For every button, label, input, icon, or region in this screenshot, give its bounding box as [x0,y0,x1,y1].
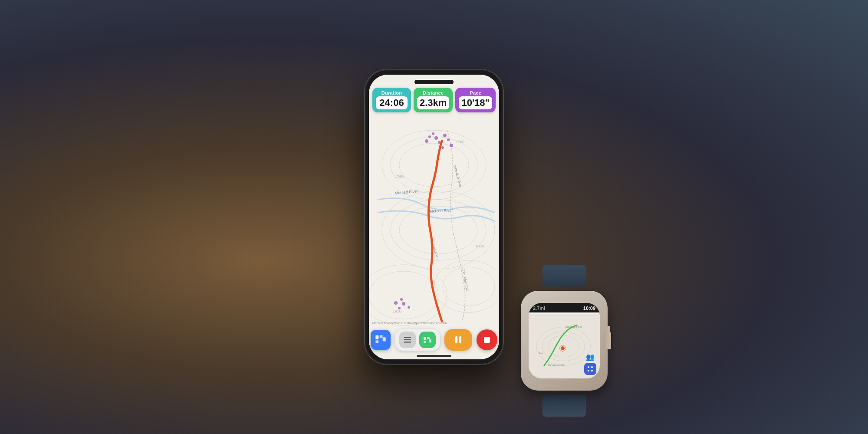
svg-rect-40 [424,337,426,340]
watch-band-top [542,265,586,286]
watch-display: 2.7mi 10:09 Emerald Pool ... Trail [529,303,600,378]
svg-point-58 [591,370,593,372]
watch-band-bottom [542,395,586,417]
watch-case: 2.7mi 10:09 Emerald Pool ... Trail [521,291,608,391]
home-indicator [417,355,451,357]
svg-point-48 [542,332,585,361]
stop-button[interactable] [477,329,497,350]
pace-value: 10'18" [459,96,492,109]
watch-crown [605,332,611,349]
map-attribution: Maps © Thunderforest, Data ©OpenStreetMa… [372,322,450,325]
pace-card: Pace 10'18" [455,88,496,112]
svg-point-53 [561,346,565,350]
svg-point-57 [588,370,589,372]
svg-rect-45 [459,336,461,343]
map-button[interactable] [419,332,436,348]
svg-rect-39 [404,342,411,343]
svg-point-28 [402,302,405,306]
apple-watch: 2.7mi 10:09 Emerald Pool ... Trail [516,282,612,399]
toolbar-group [395,329,440,351]
svg-rect-33 [375,335,378,339]
distance-label: Distance [417,90,449,95]
svg-text:Merced River: Merced River [430,208,453,214]
svg-text:1910: 1910 [393,309,401,313]
duration-label: Duration [376,90,408,95]
pause-button[interactable] [444,329,472,351]
svg-point-22 [441,146,444,149]
svg-point-30 [398,307,401,309]
toolbar [369,329,499,351]
svg-point-29 [408,306,410,309]
svg-point-32 [400,298,403,301]
svg-text:1880: 1880 [475,244,484,248]
pace-label: Pace [459,90,492,95]
iphone-device: Merced River Merced River John Muir Trai… [365,69,503,365]
distance-value: 2.3km [417,96,449,109]
svg-point-1 [391,137,477,193]
watch-bottom-icon [584,363,596,375]
svg-point-26 [428,135,431,138]
svg-text:1700: 1700 [456,140,464,144]
svg-point-24 [434,136,438,140]
svg-rect-36 [375,340,378,343]
svg-point-25 [432,132,434,135]
svg-text:Panorama Tr...: Panorama Tr... [429,238,440,260]
svg-point-0 [382,130,486,200]
main-scene: Merced River Merced River John Muir Trai… [282,22,586,412]
svg-point-21 [450,144,453,147]
svg-rect-42 [429,339,431,342]
svg-rect-41 [427,337,430,339]
svg-point-20 [447,138,450,141]
watch-time: 10:09 [583,306,595,311]
svg-point-47 [536,327,591,365]
svg-rect-43 [424,341,426,343]
svg-point-27 [425,139,428,143]
svg-text:John Muir Trail: John Muir Trail [453,164,462,187]
watch-distance: 2.7mi [533,306,545,311]
svg-text:John Muir Trail: John Muir Trail [461,269,469,292]
duration-card: Duration 24:06 [372,88,411,112]
watch-screen: 2.7mi 10:09 Emerald Pool ... Trail [529,303,600,378]
svg-point-7 [369,271,438,319]
svg-point-5 [399,206,477,254]
watch-map: Emerald Pool ... Trail Panorama Trail 👥 [529,314,600,378]
svg-rect-44 [455,336,457,343]
svg-text:... Trail: ... Trail [536,352,543,355]
list-button[interactable] [399,332,416,348]
svg-rect-46 [484,337,490,343]
svg-text:Panorama Trail: Panorama Trail [548,364,564,366]
app-icon[interactable] [371,330,391,350]
svg-rect-34 [380,335,383,338]
svg-text:1760: 1760 [395,174,404,179]
distance-card: Distance 2.3km [414,88,453,112]
svg-point-55 [588,366,589,368]
watch-people-icon: 👥 [586,353,595,361]
svg-rect-35 [383,337,386,341]
svg-point-31 [394,301,398,305]
svg-rect-38 [404,339,411,341]
watch-header: 2.7mi 10:09 [529,303,600,312]
svg-point-19 [443,134,447,137]
svg-point-56 [591,366,593,368]
iphone-screen: Merced River Merced River John Muir Trai… [369,75,499,359]
stats-bar: Duration 24:06 Distance 2.3km Pace 10'18… [372,88,496,112]
watch-side-button [606,326,610,334]
svg-point-49 [548,335,579,357]
map-background: Merced River Merced River John Muir Trai… [369,75,499,359]
svg-rect-37 [404,337,411,338]
dynamic-island [414,80,454,84]
duration-value: 24:06 [376,96,408,109]
